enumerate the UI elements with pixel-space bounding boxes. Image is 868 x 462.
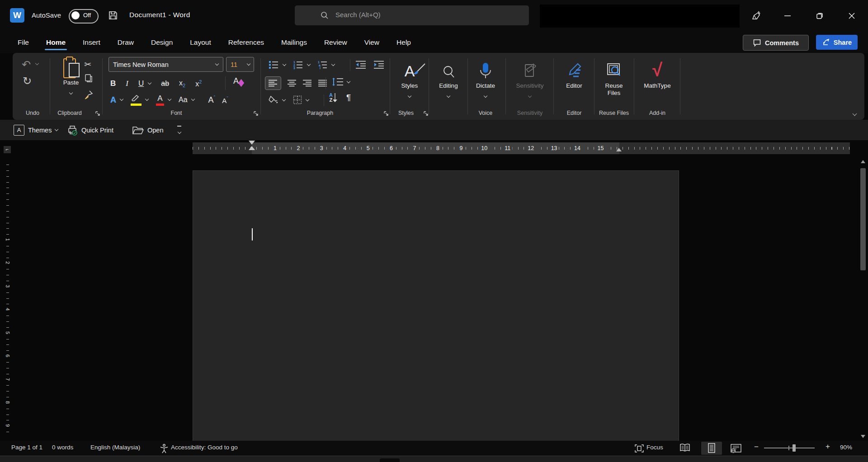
vertical-scrollbar[interactable] [859,158,867,440]
search-input[interactable]: Search (Alt+Q) [295,5,529,25]
read-mode-button[interactable] [679,443,690,453]
font-color-chevron[interactable] [168,97,171,101]
web-layout-button[interactable] [730,443,742,453]
font-name-combo[interactable]: Times New Roman [108,57,223,72]
multilevel-list-button[interactable]: 1ai [317,60,327,69]
zoom-slider-thumb[interactable] [793,444,796,452]
right-indent-marker[interactable] [616,148,622,151]
coming-soon-button[interactable] [747,7,765,24]
bullet-list-chevron[interactable] [283,62,286,66]
superscript-button[interactable]: x2 [195,79,202,88]
tab-insert[interactable]: Insert [74,34,109,51]
qat-overflow-button[interactable] [177,120,181,140]
first-line-indent-marker[interactable] [249,141,255,145]
shading-chevron[interactable] [282,97,286,101]
word-app-icon[interactable]: W [10,8,24,23]
vertical-ruler[interactable]: 123456789 [3,159,13,439]
align-center-button[interactable] [288,80,297,87]
reuse-files-button[interactable]: Reuse Files [595,57,633,97]
horizontal-ruler[interactable]: 123456789101112131415 [193,142,850,154]
change-case-button[interactable]: Aa [179,96,188,104]
comments-button[interactable]: Comments [743,35,809,51]
collapse-ribbon-chevron[interactable] [853,112,857,116]
tab-help[interactable]: Help [388,34,420,51]
cut-button[interactable]: ✂ [84,59,91,70]
highlight-chevron[interactable] [145,97,149,101]
autosave-toggle[interactable]: Off [69,9,99,24]
tab-review[interactable]: Review [316,34,356,51]
zoom-out-button[interactable]: − [754,443,759,452]
themes-button[interactable]: A Themes [14,120,58,140]
tab-mailings[interactable]: Mailings [273,34,316,51]
font-color-button[interactable]: A [156,94,164,106]
numbered-list-button[interactable]: 123 [293,60,303,69]
tab-design[interactable]: Design [142,34,181,51]
grow-font-button[interactable]: Aˆ [208,95,216,105]
accessibility-status[interactable]: Accessibility: Good to go [171,444,238,451]
close-button[interactable] [843,7,861,24]
text-effects-chevron[interactable] [120,97,123,101]
highlight-color-button[interactable] [131,94,142,106]
print-layout-button[interactable] [701,442,722,455]
minimize-button[interactable] [778,7,797,24]
borders-chevron[interactable] [306,97,309,101]
underline-options-chevron[interactable] [148,81,151,85]
align-left-button[interactable] [265,76,281,90]
restore-button[interactable] [811,7,829,24]
page-indicator[interactable]: Page 1 of 1 [11,444,42,451]
quick-print-button[interactable]: Quick Print [67,120,113,140]
hanging-indent-marker[interactable] [249,146,255,150]
styles-dialog-launcher[interactable] [423,111,429,116]
clipboard-dialog-launcher[interactable] [95,111,100,116]
zoom-percentage[interactable]: 90% [840,444,852,451]
save-button[interactable] [108,10,118,21]
align-right-button[interactable] [303,80,312,87]
multilevel-list-chevron[interactable] [331,62,335,66]
styles-button[interactable]: A Styles [391,57,429,99]
scroll-down-arrow-icon[interactable] [861,435,865,438]
justify-button[interactable] [318,80,327,87]
redo-button[interactable]: ↻ [23,75,32,87]
format-painter-button[interactable] [83,90,93,100]
editing-button[interactable]: Editing [429,57,467,99]
line-spacing-button[interactable] [332,77,344,86]
word-count[interactable]: 0 words [52,444,73,451]
tab-file[interactable]: File [9,34,38,51]
dictate-button[interactable]: Dictate [467,57,505,99]
document-page[interactable] [193,170,679,442]
zoom-slider-track[interactable] [764,448,815,448]
clear-formatting-button[interactable]: A [233,76,244,86]
share-button[interactable]: Share [816,35,858,50]
mathtype-button[interactable]: √ MathType [638,57,676,89]
tab-layout[interactable]: Layout [181,34,220,51]
copy-button[interactable] [84,74,93,83]
undo-button[interactable]: ↶ [22,58,38,71]
pilcrow-button[interactable]: ¶ [346,93,351,103]
open-button[interactable]: Open [132,120,163,140]
strikethrough-button[interactable]: ab [161,80,169,88]
shrink-font-button[interactable]: Aˇ [222,96,228,104]
change-case-chevron[interactable] [191,97,194,101]
tab-draw[interactable]: Draw [109,34,142,51]
paste-button[interactable]: Paste [56,57,86,96]
text-effects-button[interactable]: A [110,95,116,105]
scroll-up-arrow-icon[interactable] [861,160,865,163]
bold-button[interactable]: B [110,79,116,88]
subscript-button[interactable]: x2 [179,79,185,88]
increase-indent-button[interactable] [373,61,384,69]
font-size-combo[interactable]: 11 [226,57,254,72]
scrollbar-thumb[interactable] [860,168,866,270]
italic-button[interactable]: I [126,79,128,88]
zoom-in-button[interactable]: + [826,442,830,451]
tab-view[interactable]: View [356,34,388,51]
tab-home[interactable]: Home [38,34,74,51]
paragraph-dialog-launcher[interactable] [383,111,389,116]
sort-button[interactable]: A Z [329,93,337,103]
line-spacing-chevron[interactable] [347,79,350,83]
bullet-list-button[interactable] [269,60,278,69]
borders-button[interactable] [293,95,302,104]
editor-button[interactable]: Editor [555,57,593,89]
font-dialog-launcher[interactable] [253,111,259,116]
language-indicator[interactable]: English (Malaysia) [90,444,140,451]
decrease-indent-button[interactable] [355,61,366,69]
